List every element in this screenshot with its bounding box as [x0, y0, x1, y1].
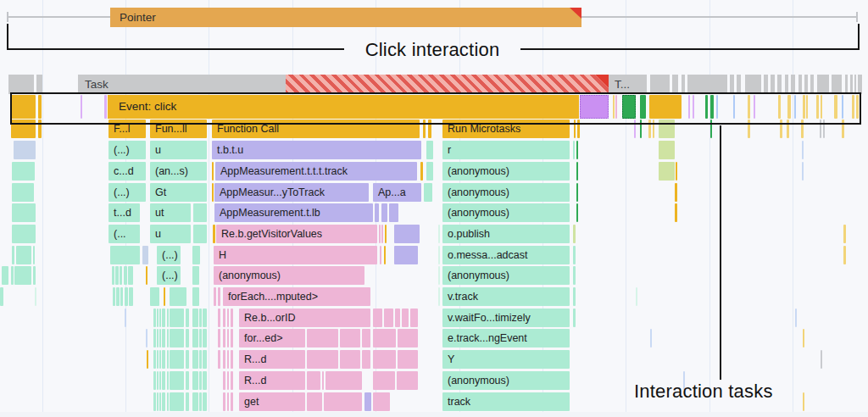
flame-tick[interactable] — [227, 309, 229, 327]
flame-tick[interactable] — [170, 392, 184, 411]
flame-tick[interactable] — [120, 266, 122, 285]
flame-tick[interactable] — [675, 203, 677, 222]
flame-bar[interactable]: Run Microtasks — [442, 120, 570, 138]
flame-tick[interactable] — [167, 350, 169, 369]
flame-tick[interactable] — [424, 183, 432, 202]
interaction-tasks-label[interactable]: Interaction tasks — [634, 381, 773, 403]
flame-tick[interactable] — [307, 350, 338, 369]
flame-tick[interactable] — [203, 371, 207, 390]
flame-tick[interactable] — [573, 309, 576, 327]
flame-tick[interactable] — [192, 246, 200, 264]
flame-bar[interactable]: (anonymous) — [442, 183, 570, 202]
flame-tick[interactable] — [159, 371, 161, 390]
flame-bar[interactable]: (...) — [108, 141, 146, 159]
flame-tick[interactable] — [203, 329, 207, 348]
flame-tick[interactable] — [186, 392, 189, 411]
flame-bar[interactable]: u — [150, 225, 191, 243]
flame-tick[interactable] — [649, 95, 682, 119]
flame-tick[interactable] — [192, 392, 198, 411]
flame-tick[interactable] — [192, 287, 199, 306]
flame-tick[interactable] — [162, 329, 165, 348]
flame-tick[interactable] — [214, 287, 216, 306]
flame-tick[interactable] — [576, 183, 578, 202]
flame-tick[interactable] — [733, 95, 735, 119]
flame-tick[interactable] — [170, 371, 184, 390]
flame-tick[interactable] — [227, 329, 229, 348]
flame-tick[interactable] — [35, 287, 36, 306]
flame-bar[interactable]: track — [442, 392, 570, 411]
task-fragment[interactable] — [36, 75, 42, 94]
flame-tick[interactable] — [231, 309, 233, 327]
flame-tick[interactable] — [193, 225, 207, 243]
flame-bar[interactable]: for...ed> — [239, 329, 305, 348]
flame-tick[interactable] — [11, 120, 36, 138]
flame-tick[interactable] — [795, 309, 797, 327]
flame-tick[interactable] — [688, 95, 690, 119]
flame-tick[interactable] — [780, 120, 782, 138]
flame-tick[interactable] — [676, 162, 677, 181]
flame-tick[interactable] — [223, 329, 225, 348]
flame-tick[interactable] — [710, 95, 714, 119]
flame-tick[interactable] — [212, 162, 214, 181]
flame-tick[interactable] — [125, 309, 126, 327]
flame-tick[interactable] — [324, 392, 362, 411]
flame-tick[interactable] — [820, 120, 821, 138]
flame-tick[interactable] — [816, 95, 819, 119]
flame-tick[interactable] — [340, 350, 360, 369]
flame-bar[interactable]: AppMeasurement.t.t.t.track — [215, 162, 417, 181]
flame-tick[interactable] — [576, 162, 578, 181]
flame-tick[interactable] — [199, 350, 202, 369]
flame-bar[interactable]: Re.b...orID — [239, 309, 370, 327]
flame-tick[interactable] — [650, 329, 652, 348]
flame-tick[interactable] — [787, 95, 791, 119]
flame-tick[interactable] — [373, 329, 396, 348]
flame-tick[interactable] — [438, 246, 440, 264]
flame-tick[interactable] — [613, 95, 615, 119]
flame-tick[interactable] — [153, 371, 156, 390]
flame-bar[interactable]: o.publish — [442, 225, 570, 243]
flame-tick[interactable] — [159, 392, 161, 411]
flame-tick[interactable] — [748, 120, 750, 138]
flame-bar[interactable]: (anonymous) — [442, 203, 570, 222]
flame-bar[interactable]: get — [239, 392, 305, 411]
flame-tick[interactable] — [823, 120, 825, 138]
flame-tick[interactable] — [364, 392, 371, 411]
flame-tick[interactable] — [843, 225, 846, 243]
flame-tick[interactable] — [218, 350, 220, 369]
flame-tick[interactable] — [153, 350, 156, 369]
flame-tick[interactable] — [192, 309, 198, 327]
flame-tick[interactable] — [162, 350, 165, 369]
flame-tick[interactable] — [375, 203, 379, 222]
flame-tick[interactable] — [802, 141, 804, 159]
flame-tick[interactable] — [223, 309, 225, 327]
flame-tick[interactable] — [362, 350, 370, 369]
flame-tick[interactable] — [395, 309, 400, 327]
flame-tick[interactable] — [573, 266, 576, 285]
flame-tick[interactable] — [384, 309, 393, 327]
flame-tick[interactable] — [199, 329, 202, 348]
flame-tick[interactable] — [170, 309, 184, 327]
flame-tick[interactable] — [120, 287, 123, 306]
flame-tick[interactable] — [576, 203, 578, 222]
flame-bar[interactable]: (anonymous) — [442, 371, 570, 390]
flame-bar[interactable]: R...d — [239, 350, 305, 369]
flame-tick[interactable] — [12, 183, 34, 202]
flame-tick[interactable] — [157, 329, 159, 348]
flame-tick[interactable] — [426, 162, 433, 181]
flame-tick[interactable] — [574, 120, 576, 138]
flame-tick[interactable] — [340, 329, 360, 348]
flame-tick[interactable] — [227, 371, 229, 390]
flame-tick[interactable] — [203, 392, 207, 411]
flame-tick[interactable] — [147, 350, 148, 369]
flame-tick[interactable] — [192, 371, 198, 390]
flame-tick[interactable] — [398, 350, 418, 369]
flame-tick[interactable] — [573, 141, 575, 159]
flame-tick[interactable] — [856, 95, 859, 119]
flame-tick[interactable] — [307, 329, 338, 348]
flame-tick[interactable] — [167, 329, 169, 348]
flame-bar[interactable]: o.messa...adcast — [442, 246, 570, 264]
flame-bar[interactable]: t...d — [108, 203, 140, 222]
flame-bar[interactable]: v.waitFo...timizely — [442, 309, 570, 327]
flame-bar[interactable]: ut — [150, 203, 191, 222]
flame-tick[interactable] — [38, 95, 42, 119]
